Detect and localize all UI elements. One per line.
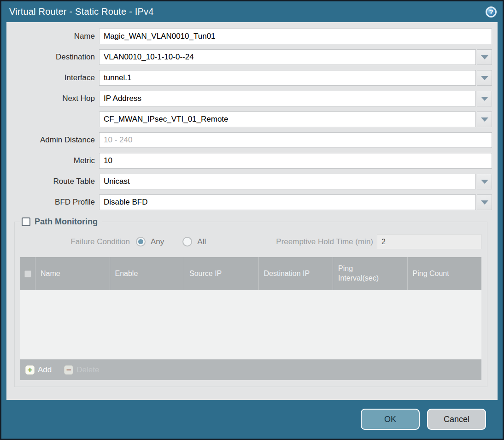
next-hop-address-row [6,111,492,127]
failure-condition-any-label: Any [151,237,164,246]
metric-input[interactable] [99,153,492,169]
name-label: Name [6,32,99,41]
column-header-destination-ip[interactable]: Destination IP [258,257,333,290]
failure-condition-row: Failure Condition Any All Preemptive Hol… [20,234,481,249]
path-monitoring-section: Path Monitoring Failure Condition Any Al… [14,217,487,387]
path-monitoring-title: Path Monitoring [35,217,98,227]
page-title: Virtual Router - Static Route - IPv4 [9,6,154,17]
preemptive-hold-time-label: Preemptive Hold Time (min) [224,237,377,246]
dialog-body: Name Destination Interface Next Hop Admi… [6,22,498,400]
admin-distance-label: Admin Distance [6,135,99,145]
column-header-source-ip[interactable]: Source IP [184,257,258,290]
table-header-row: Name Enable Source IP Destination IP Pin… [20,257,481,290]
route-table-input[interactable] [99,174,476,189]
failure-condition-label: Failure Condition [20,237,136,246]
interface-input[interactable] [99,70,476,86]
path-monitoring-checkbox[interactable] [22,217,30,226]
column-header-name[interactable]: Name [35,257,110,290]
next-hop-label: Next Hop [6,94,99,103]
bfd-profile-label: BFD Profile [6,198,99,207]
select-all-checkbox[interactable] [24,270,31,277]
route-table-row: Route Table [6,174,492,189]
destination-row: Destination [6,49,492,65]
destination-label: Destination [6,53,99,62]
delete-button[interactable]: − Delete [64,365,99,375]
name-row: Name [6,29,492,44]
failure-condition-any-radio[interactable] [136,237,146,246]
bfd-profile-input[interactable] [99,194,476,210]
preemptive-hold-time-input[interactable] [377,234,481,249]
route-table-label: Route Table [6,177,99,186]
plus-icon: + [25,365,35,375]
path-monitoring-table: Name Enable Source IP Destination IP Pin… [20,257,481,380]
next-hop-dropdown-button[interactable] [477,91,492,106]
failure-condition-all-radio[interactable] [182,237,192,246]
ok-button[interactable]: OK [361,409,420,430]
table-footer-bar: + Add − Delete [20,359,481,380]
chevron-down-icon [481,76,488,80]
metric-label: Metric [6,156,99,165]
interface-row: Interface [6,70,492,86]
bfd-profile-row: BFD Profile [6,194,492,210]
column-header-enable[interactable]: Enable [110,257,184,290]
minus-icon: − [64,365,73,375]
route-table-dropdown-button[interactable] [477,174,492,189]
column-header-ping-interval[interactable]: Ping Interval(sec) [333,257,407,290]
select-all-cell [20,257,35,290]
help-icon[interactable]: ? [486,6,497,18]
failure-condition-all-label: All [197,237,206,246]
admin-distance-row: Admin Distance [6,132,492,148]
admin-distance-input[interactable] [99,132,492,148]
bfd-profile-dropdown-button[interactable] [477,194,492,210]
next-hop-address-input[interactable] [99,111,476,127]
path-monitoring-legend: Path Monitoring [20,217,102,227]
next-hop-type-input[interactable] [99,91,476,106]
static-route-dialog: Virtual Router - Static Route - IPv4 ? N… [0,0,504,440]
next-hop-address-dropdown-button[interactable] [477,111,492,127]
name-input[interactable] [99,29,492,44]
cancel-button[interactable]: Cancel [427,409,486,430]
chevron-down-icon [481,97,488,101]
dialog-footer: OK Cancel [1,400,503,439]
interface-dropdown-button[interactable] [477,70,492,86]
chevron-down-icon [481,55,488,59]
table-body-empty[interactable] [20,290,481,359]
destination-dropdown-button[interactable] [477,49,492,65]
add-button-label: Add [38,365,52,375]
chevron-down-icon [481,117,488,122]
metric-row: Metric [6,153,492,169]
column-header-ping-count[interactable]: Ping Count [407,257,482,290]
destination-input[interactable] [99,49,476,65]
add-button[interactable]: + Add [25,365,52,375]
dialog-titlebar: Virtual Router - Static Route - IPv4 ? [1,1,503,22]
next-hop-row: Next Hop [6,91,492,106]
chevron-down-icon [481,180,488,184]
delete-button-label: Delete [76,365,99,375]
interface-label: Interface [6,73,99,82]
chevron-down-icon [481,200,488,205]
